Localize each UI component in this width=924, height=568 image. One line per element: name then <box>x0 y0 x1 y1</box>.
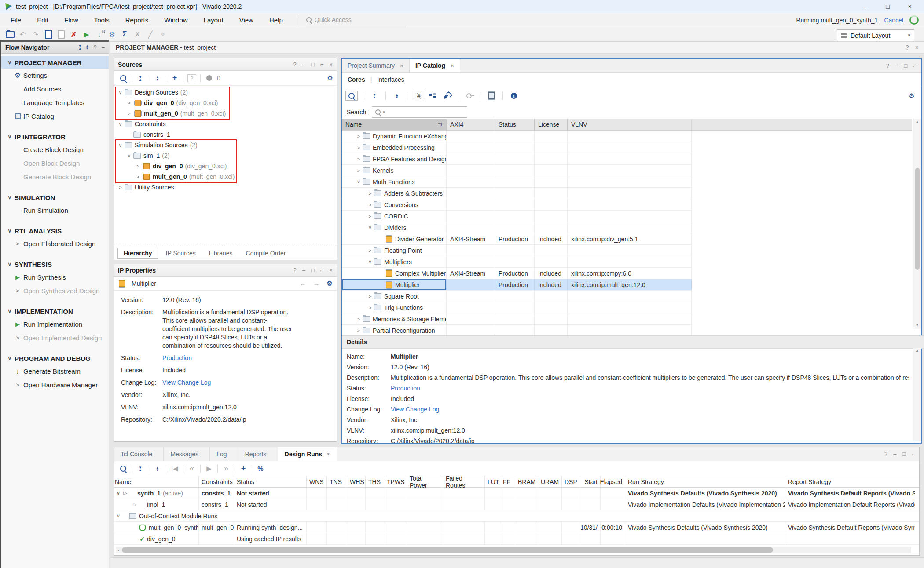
flow-navigator-row[interactable]: Generate Block Design <box>1 170 109 184</box>
col-whs[interactable]: WHS <box>347 476 366 487</box>
messages-badge-icon[interactable] <box>203 75 215 81</box>
scrollbar-thumb[interactable] <box>915 168 920 270</box>
design-run-row[interactable]: ▷ impl_1 constrs_1 Not started Vivado Im… <box>114 499 919 510</box>
panel-control-icon[interactable]: × <box>329 61 333 68</box>
percent-icon[interactable]: % <box>255 465 266 472</box>
help-icon[interactable]: ? <box>884 451 887 457</box>
tab-close-icon[interactable]: × <box>326 451 330 457</box>
catalog-row[interactable]: > Embedded Processing <box>342 142 692 153</box>
expand-all-icon[interactable] <box>152 76 163 81</box>
layout-selector[interactable]: Default Layout ▾ <box>837 29 914 41</box>
catalog-vertical-scrollbar[interactable]: ▲ ▼ <box>913 119 921 329</box>
tree-arrow-icon[interactable]: > <box>367 214 374 219</box>
float-icon[interactable]: ⌐ <box>913 62 917 69</box>
col-lut[interactable]: LUT <box>485 476 500 487</box>
menu-item[interactable]: Layout <box>204 16 224 24</box>
copy-button[interactable] <box>55 29 67 40</box>
col-uram[interactable]: URAM <box>538 476 562 487</box>
flow-navigator-row[interactable]: Generate Bitstream <box>1 364 109 378</box>
group-by-hierarchy-button[interactable] <box>427 93 438 98</box>
chip-icon[interactable] <box>486 92 497 99</box>
source-tree-row[interactable]: > mult_gen_0 (mult_gen_0.xci) <box>114 171 337 182</box>
panel-control-icon[interactable]: ⌐ <box>320 267 324 273</box>
catalog-row[interactable]: > Memories & Storage Elements <box>342 313 692 325</box>
edit-pen-button[interactable]: ╱ <box>144 29 157 40</box>
menu-item[interactable]: Reports <box>125 16 149 24</box>
bottom-tab[interactable]: Design Runs × <box>278 447 337 461</box>
design-run-row[interactable]: ∨ ▷ synth_1 (active) constrs_1 Not start… <box>114 488 919 499</box>
flow-navigator-row[interactable]: RTL ANALYSIS <box>1 225 109 237</box>
minimize-icon[interactable]: – <box>895 62 898 69</box>
tab-close-icon[interactable]: × <box>400 62 403 69</box>
scroll-down-icon[interactable]: ▼ <box>915 322 919 328</box>
tree-arrow-icon[interactable]: > <box>367 305 374 310</box>
design-run-row[interactable]: div_gen_0 Using cached IP results <box>114 533 919 545</box>
sources-view-tab[interactable]: Compile Order <box>240 248 292 258</box>
cancel-run-button[interactable]: ✗ <box>131 29 144 40</box>
catalog-row[interactable]: Complex Multiplier AXI4-Stream Productio… <box>342 268 692 279</box>
col-report-strategy[interactable]: Report Strategy <box>785 476 915 487</box>
help-box-icon[interactable]: ? <box>186 74 198 82</box>
catalog-row[interactable]: > Conversions <box>342 199 692 211</box>
menu-item[interactable]: Flow <box>64 16 78 24</box>
catalog-row[interactable]: > CORDIC <box>342 211 692 222</box>
probe-button[interactable]: ⌖ <box>157 29 169 40</box>
flow-navigator-row[interactable]: IP INTEGRATOR <box>1 131 109 143</box>
flow-navigator-row[interactable]: Open Hardware Manager <box>1 378 109 392</box>
col-tns[interactable]: TNS <box>327 476 347 487</box>
tree-arrow-icon[interactable]: > <box>134 174 142 179</box>
sources-view-tab[interactable]: Hierarchy <box>117 248 158 259</box>
search-icon[interactable] <box>117 466 129 472</box>
window-close-button[interactable]: × <box>908 3 912 10</box>
menu-item[interactable]: Tools <box>94 16 110 24</box>
forward-icon[interactable]: → <box>313 280 320 288</box>
tree-arrow-icon[interactable]: ∨ <box>117 121 124 127</box>
catalog-row[interactable]: > Adders & Subtracters <box>342 188 692 199</box>
settings-button[interactable]: ⚙ <box>106 29 118 40</box>
tree-arrow-icon[interactable]: ∨ <box>117 142 124 148</box>
customize-wrench-button[interactable] <box>441 93 452 99</box>
source-tree-row[interactable]: ∨ sim_1 (2) <box>114 150 337 161</box>
col-ths[interactable]: THS <box>366 476 384 487</box>
column-header-axi4[interactable]: AXI4 <box>447 119 495 130</box>
menu-item[interactable]: Edit <box>37 16 48 24</box>
add-sources-button[interactable]: + <box>169 73 180 83</box>
collapse-all-icon[interactable] <box>79 44 81 51</box>
flow-navigator-row[interactable]: Language Templates <box>1 96 109 109</box>
expand-all-icon[interactable] <box>391 93 403 98</box>
gear-icon[interactable]: ⚙ <box>327 74 333 82</box>
details-vertical-scrollbar[interactable]: ▲ <box>913 348 921 441</box>
collapse-all-icon[interactable] <box>135 76 146 81</box>
expand-all-icon[interactable] <box>86 44 88 51</box>
scroll-left-icon[interactable]: ‹ <box>116 547 122 553</box>
open-project-button[interactable] <box>4 29 16 40</box>
close-icon[interactable]: × <box>915 44 919 51</box>
col-start[interactable]: Start <box>580 476 601 487</box>
col-name[interactable]: Name <box>114 476 199 487</box>
col-wns[interactable]: WNS <box>307 476 327 487</box>
col-constraints[interactable]: Constraints <box>199 476 234 487</box>
menu-item[interactable]: File <box>11 16 21 24</box>
col-dsp[interactable]: DSP <box>562 476 580 487</box>
generate-bitstream-button[interactable]: ↓ <box>93 29 106 40</box>
step-back-icon[interactable]: « <box>186 464 198 473</box>
catalog-row[interactable]: Divider Generator AXI4-Stream Production… <box>342 233 692 245</box>
delete-button[interactable]: ✗ <box>67 29 80 40</box>
tab-cores[interactable]: Cores <box>348 76 365 83</box>
catalog-search-input[interactable]: ▾ <box>372 106 467 118</box>
column-header-license[interactable]: License <box>535 119 568 130</box>
tree-arrow-icon[interactable]: > <box>125 111 133 116</box>
collapse-all-icon[interactable] <box>135 466 146 471</box>
tree-arrow-icon[interactable]: > <box>367 248 374 253</box>
collapse-all-icon[interactable] <box>369 93 380 98</box>
flow-navigator-row[interactable]: SIMULATION <box>1 191 109 204</box>
flow-navigator-row[interactable]: IP Catalog <box>1 109 109 123</box>
report-sum-button[interactable]: Σ <box>118 29 131 40</box>
catalog-row[interactable]: > Dynamic Function eXchange <box>342 131 692 142</box>
maximize-icon[interactable]: □ <box>902 451 906 457</box>
col-tpws[interactable]: TPWS <box>384 476 407 487</box>
tree-arrow-icon[interactable]: > <box>367 202 374 208</box>
column-header-name[interactable]: Name ^1 <box>342 119 447 130</box>
tree-arrow-icon[interactable]: > <box>355 145 362 150</box>
minimize-icon[interactable]: – <box>893 451 896 457</box>
